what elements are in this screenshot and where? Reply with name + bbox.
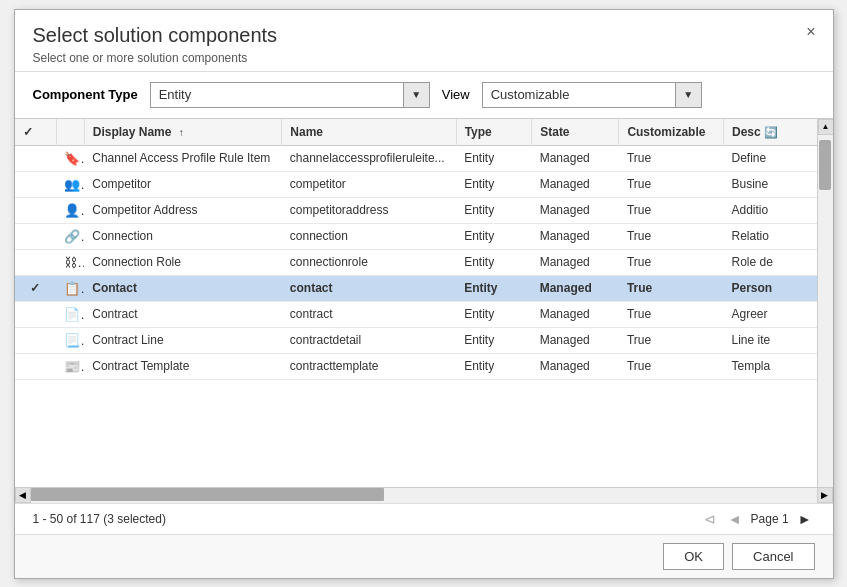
row-name: competitoraddress [282, 197, 456, 223]
dialog-title: Select solution components [33, 24, 815, 47]
col-header-displayname[interactable]: Display Name ↑ [84, 119, 282, 146]
row-check [15, 197, 57, 223]
row-check [15, 327, 57, 353]
row-icon: 👥 [56, 171, 84, 197]
col-header-type[interactable]: Type [456, 119, 532, 146]
scroll-thumb [819, 140, 831, 190]
row-state: Managed [532, 223, 619, 249]
table-row[interactable]: 🔗 Connection connection Entity Managed T… [15, 223, 817, 249]
row-displayname: Contract [84, 301, 282, 327]
table-row[interactable]: 🔖 Channel Access Profile Rule Item chann… [15, 145, 817, 171]
table-row[interactable]: 📄 Contract contract Entity Managed True … [15, 301, 817, 327]
page-next-button[interactable]: ► [795, 510, 815, 528]
row-customizable: True [619, 353, 724, 379]
row-name: competitor [282, 171, 456, 197]
table-row[interactable]: 👥 Competitor competitor Entity Managed T… [15, 171, 817, 197]
row-icon: 📄 [56, 301, 84, 327]
table-row[interactable]: 📃 Contract Line contractdetail Entity Ma… [15, 327, 817, 353]
row-state: Managed [532, 327, 619, 353]
row-icon: 👤 [56, 197, 84, 223]
status-range: 1 - 50 of 117 (3 selected) [33, 512, 166, 526]
row-icon: 📋 [56, 275, 84, 301]
col-header-state[interactable]: State [532, 119, 619, 146]
table-row[interactable]: ⛓ Connection Role connectionrole Entity … [15, 249, 817, 275]
row-icon: 📃 [56, 327, 84, 353]
dialog-header: Select solution components Select one or… [15, 10, 833, 72]
pagination: ⊲ ◄ Page 1 ► [701, 510, 815, 528]
h-scroll-thumb [31, 488, 385, 501]
select-solution-dialog: Select solution components Select one or… [14, 9, 834, 579]
row-displayname: Connection [84, 223, 282, 249]
row-check [15, 223, 57, 249]
scroll-right-button[interactable]: ▶ [817, 487, 833, 503]
table-row[interactable]: 📰 Contract Template contracttemplate Ent… [15, 353, 817, 379]
row-check [15, 145, 57, 171]
row-check [15, 353, 57, 379]
refresh-icon[interactable]: 🔄 [764, 126, 778, 138]
row-desc: Agreer [723, 301, 816, 327]
row-name: connection [282, 223, 456, 249]
close-button[interactable]: × [801, 22, 820, 42]
table-header-row: ✓ Display Name ↑ Name Type State Customi… [15, 119, 817, 146]
row-check [15, 301, 57, 327]
row-customizable: True [619, 145, 724, 171]
view-value: Customizable [483, 87, 675, 102]
ok-button[interactable]: OK [663, 543, 724, 570]
row-desc: Define [723, 145, 816, 171]
dialog-subtitle: Select one or more solution components [33, 51, 815, 65]
row-state: Managed [532, 353, 619, 379]
row-type: Entity [456, 249, 532, 275]
filter-bar: Component Type Entity ▼ View Customizabl… [15, 72, 833, 119]
row-type: Entity [456, 223, 532, 249]
row-name: contractdetail [282, 327, 456, 353]
scroll-track [818, 135, 833, 487]
component-type-label: Component Type [33, 87, 138, 102]
row-customizable: True [619, 327, 724, 353]
cancel-button[interactable]: Cancel [732, 543, 814, 570]
row-displayname: Channel Access Profile Rule Item [84, 145, 282, 171]
col-header-check[interactable]: ✓ [15, 119, 57, 146]
scroll-left-button[interactable]: ◀ [15, 487, 31, 503]
row-icon: ⛓ [56, 249, 84, 275]
row-type: Entity [456, 145, 532, 171]
table-body: 🔖 Channel Access Profile Rule Item chann… [15, 145, 817, 379]
row-desc: Additio [723, 197, 816, 223]
row-type: Entity [456, 353, 532, 379]
page-prev-button[interactable]: ◄ [725, 510, 745, 528]
row-name: connectionrole [282, 249, 456, 275]
row-icon: 📰 [56, 353, 84, 379]
row-state: Managed [532, 171, 619, 197]
view-dropdown[interactable]: Customizable ▼ [482, 82, 702, 108]
row-desc: Person [723, 275, 816, 301]
row-check [15, 249, 57, 275]
row-desc: Relatio [723, 223, 816, 249]
row-desc: Templa [723, 353, 816, 379]
row-desc: Role de [723, 249, 816, 275]
row-type: Entity [456, 171, 532, 197]
table-row[interactable]: 👤 Competitor Address competitoraddress E… [15, 197, 817, 223]
row-type: Entity [456, 275, 532, 301]
row-displayname: Contract Line [84, 327, 282, 353]
sort-arrow-displayname: ↑ [179, 127, 184, 138]
table-row[interactable]: ✓ 📋 Contact contact Entity Managed True … [15, 275, 817, 301]
h-scroll-track [31, 487, 817, 503]
page-label: Page 1 [751, 512, 789, 526]
row-desc: Line ite [723, 327, 816, 353]
row-state: Managed [532, 275, 619, 301]
row-name: contact [282, 275, 456, 301]
horizontal-scrollbar[interactable]: ◀ ▶ [15, 487, 833, 503]
row-check: ✓ [15, 275, 57, 301]
vertical-scrollbar[interactable]: ▲ ▼ [817, 119, 833, 503]
col-header-desc[interactable]: Desc 🔄 [723, 119, 816, 146]
row-icon: 🔖 [56, 145, 84, 171]
col-header-customizable[interactable]: Customizable [619, 119, 724, 146]
page-first-button[interactable]: ⊲ [701, 510, 719, 528]
col-header-name[interactable]: Name [282, 119, 456, 146]
row-customizable: True [619, 197, 724, 223]
component-type-dropdown[interactable]: Entity ▼ [150, 82, 430, 108]
row-customizable: True [619, 171, 724, 197]
row-state: Managed [532, 197, 619, 223]
scroll-up-button[interactable]: ▲ [818, 119, 833, 135]
row-displayname: Contact [84, 275, 282, 301]
component-type-arrow: ▼ [403, 83, 429, 107]
